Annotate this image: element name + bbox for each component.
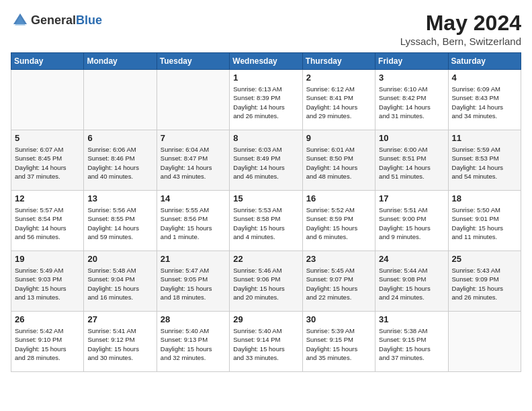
- calendar-cell: 31Sunrise: 5:38 AM Sunset: 9:15 PM Dayli…: [375, 312, 448, 372]
- cell-content: Sunrise: 5:49 AM Sunset: 9:03 PM Dayligh…: [15, 266, 80, 302]
- cell-content: Sunrise: 5:41 AM Sunset: 9:12 PM Dayligh…: [87, 326, 152, 362]
- cell-content: Sunrise: 6:07 AM Sunset: 8:45 PM Dayligh…: [15, 145, 80, 181]
- page-header: GeneralBlue May 2024 Lyssach, Bern, Swit…: [11, 11, 521, 47]
- logo: GeneralBlue: [11, 11, 102, 30]
- day-number: 3: [379, 73, 444, 83]
- calendar-table: SundayMondayTuesdayWednesdayThursdayFrid…: [11, 52, 521, 372]
- cell-content: Sunrise: 6:04 AM Sunset: 8:47 PM Dayligh…: [161, 145, 226, 181]
- cell-content: Sunrise: 6:10 AM Sunset: 8:42 PM Dayligh…: [379, 85, 444, 120]
- day-number: 14: [161, 193, 226, 203]
- calendar-cell: 24Sunrise: 5:44 AM Sunset: 9:08 PM Dayli…: [375, 251, 448, 312]
- calendar-cell: 12Sunrise: 5:57 AM Sunset: 8:54 PM Dayli…: [11, 191, 84, 251]
- day-number: 7: [161, 133, 226, 143]
- cell-content: Sunrise: 5:39 AM Sunset: 9:15 PM Dayligh…: [306, 326, 371, 362]
- cell-content: Sunrise: 6:12 AM Sunset: 8:41 PM Dayligh…: [306, 85, 371, 120]
- day-number: 16: [306, 193, 371, 203]
- cell-content: Sunrise: 5:55 AM Sunset: 8:56 PM Dayligh…: [161, 205, 226, 241]
- day-number: 20: [87, 254, 152, 264]
- calendar-cell: 30Sunrise: 5:39 AM Sunset: 9:15 PM Dayli…: [302, 312, 375, 372]
- day-number: 15: [233, 193, 298, 203]
- calendar-cell: 16Sunrise: 5:52 AM Sunset: 8:59 PM Dayli…: [302, 191, 375, 251]
- day-number: 31: [379, 314, 444, 324]
- calendar-cell: 13Sunrise: 5:56 AM Sunset: 8:55 PM Dayli…: [84, 191, 157, 251]
- day-number: 22: [233, 254, 298, 264]
- calendar-cell: 10Sunrise: 6:00 AM Sunset: 8:51 PM Dayli…: [375, 130, 448, 191]
- day-number: 29: [233, 314, 298, 324]
- title-block: May 2024 Lyssach, Bern, Switzerland: [400, 11, 521, 47]
- calendar-cell: 1Sunrise: 6:13 AM Sunset: 8:39 PM Daylig…: [230, 70, 302, 130]
- cell-content: Sunrise: 5:45 AM Sunset: 9:07 PM Dayligh…: [306, 266, 371, 302]
- weekday-header-row: SundayMondayTuesdayWednesdayThursdayFrid…: [11, 53, 521, 70]
- calendar-week-2: 5Sunrise: 6:07 AM Sunset: 8:45 PM Daylig…: [11, 130, 521, 191]
- calendar-cell: 8Sunrise: 6:03 AM Sunset: 8:49 PM Daylig…: [230, 130, 302, 191]
- cell-content: Sunrise: 5:57 AM Sunset: 8:54 PM Dayligh…: [15, 205, 80, 241]
- calendar-cell: 29Sunrise: 5:40 AM Sunset: 9:14 PM Dayli…: [230, 312, 302, 372]
- weekday-header-sunday: Sunday: [11, 53, 84, 70]
- calendar-cell: 21Sunrise: 5:47 AM Sunset: 9:05 PM Dayli…: [157, 251, 229, 312]
- day-number: 9: [306, 133, 371, 143]
- weekday-header-friday: Friday: [375, 53, 448, 70]
- calendar-cell: 4Sunrise: 6:09 AM Sunset: 8:43 PM Daylig…: [448, 70, 521, 130]
- calendar-week-5: 26Sunrise: 5:42 AM Sunset: 9:10 PM Dayli…: [11, 312, 521, 372]
- calendar-cell: 5Sunrise: 6:07 AM Sunset: 8:45 PM Daylig…: [11, 130, 84, 191]
- calendar-cell: 27Sunrise: 5:41 AM Sunset: 9:12 PM Dayli…: [84, 312, 157, 372]
- day-number: 18: [452, 193, 517, 203]
- cell-content: Sunrise: 5:43 AM Sunset: 9:09 PM Dayligh…: [452, 266, 517, 302]
- calendar-cell: [157, 70, 229, 130]
- cell-content: Sunrise: 6:09 AM Sunset: 8:43 PM Dayligh…: [452, 85, 517, 120]
- calendar-cell: [448, 312, 521, 372]
- calendar-cell: 19Sunrise: 5:49 AM Sunset: 9:03 PM Dayli…: [11, 251, 84, 312]
- day-number: 19: [15, 254, 80, 264]
- calendar-cell: [84, 70, 157, 130]
- day-number: 10: [379, 133, 444, 143]
- cell-content: Sunrise: 6:13 AM Sunset: 8:39 PM Dayligh…: [233, 85, 298, 120]
- calendar-cell: 6Sunrise: 6:06 AM Sunset: 8:46 PM Daylig…: [84, 130, 157, 191]
- calendar-cell: 2Sunrise: 6:12 AM Sunset: 8:41 PM Daylig…: [302, 70, 375, 130]
- cell-content: Sunrise: 5:40 AM Sunset: 9:13 PM Dayligh…: [161, 326, 226, 362]
- calendar-cell: 11Sunrise: 5:59 AM Sunset: 8:53 PM Dayli…: [448, 130, 521, 191]
- cell-content: Sunrise: 5:42 AM Sunset: 9:10 PM Dayligh…: [15, 326, 80, 362]
- day-number: 28: [161, 314, 226, 324]
- day-number: 12: [15, 193, 80, 203]
- day-number: 17: [379, 193, 444, 203]
- cell-content: Sunrise: 6:03 AM Sunset: 8:49 PM Dayligh…: [233, 145, 298, 181]
- logo-blue: Blue: [76, 13, 102, 27]
- cell-content: Sunrise: 5:53 AM Sunset: 8:58 PM Dayligh…: [233, 205, 298, 241]
- cell-content: Sunrise: 5:38 AM Sunset: 9:15 PM Dayligh…: [379, 326, 444, 362]
- cell-content: Sunrise: 5:52 AM Sunset: 8:59 PM Dayligh…: [306, 205, 371, 241]
- main-title: May 2024: [400, 11, 521, 36]
- cell-content: Sunrise: 5:40 AM Sunset: 9:14 PM Dayligh…: [233, 326, 298, 362]
- calendar-week-1: 1Sunrise: 6:13 AM Sunset: 8:39 PM Daylig…: [11, 70, 521, 130]
- day-number: 6: [87, 133, 152, 143]
- weekday-header-monday: Monday: [84, 53, 157, 70]
- weekday-header-saturday: Saturday: [448, 53, 521, 70]
- day-number: 21: [161, 254, 226, 264]
- cell-content: Sunrise: 5:44 AM Sunset: 9:08 PM Dayligh…: [379, 266, 444, 302]
- day-number: 5: [15, 133, 80, 143]
- cell-content: Sunrise: 6:06 AM Sunset: 8:46 PM Dayligh…: [87, 145, 152, 181]
- calendar-cell: 3Sunrise: 6:10 AM Sunset: 8:42 PM Daylig…: [375, 70, 448, 130]
- calendar-cell: 23Sunrise: 5:45 AM Sunset: 9:07 PM Dayli…: [302, 251, 375, 312]
- calendar-week-3: 12Sunrise: 5:57 AM Sunset: 8:54 PM Dayli…: [11, 191, 521, 251]
- calendar-cell: 15Sunrise: 5:53 AM Sunset: 8:58 PM Dayli…: [230, 191, 302, 251]
- cell-content: Sunrise: 5:51 AM Sunset: 9:00 PM Dayligh…: [379, 205, 444, 241]
- calendar-cell: 22Sunrise: 5:46 AM Sunset: 9:06 PM Dayli…: [230, 251, 302, 312]
- day-number: 23: [306, 254, 371, 264]
- calendar-cell: 9Sunrise: 6:01 AM Sunset: 8:50 PM Daylig…: [302, 130, 375, 191]
- day-number: 13: [87, 193, 152, 203]
- cell-content: Sunrise: 5:56 AM Sunset: 8:55 PM Dayligh…: [87, 205, 152, 241]
- day-number: 24: [379, 254, 444, 264]
- calendar-cell: 20Sunrise: 5:48 AM Sunset: 9:04 PM Dayli…: [84, 251, 157, 312]
- weekday-header-wednesday: Wednesday: [230, 53, 302, 70]
- calendar-cell: 14Sunrise: 5:55 AM Sunset: 8:56 PM Dayli…: [157, 191, 229, 251]
- day-number: 30: [306, 314, 371, 324]
- calendar-cell: 18Sunrise: 5:50 AM Sunset: 9:01 PM Dayli…: [448, 191, 521, 251]
- subtitle: Lyssach, Bern, Switzerland: [400, 36, 521, 47]
- cell-content: Sunrise: 6:00 AM Sunset: 8:51 PM Dayligh…: [379, 145, 444, 181]
- weekday-header-thursday: Thursday: [302, 53, 375, 70]
- cell-content: Sunrise: 6:01 AM Sunset: 8:50 PM Dayligh…: [306, 145, 371, 181]
- day-number: 26: [15, 314, 80, 324]
- logo-icon: [11, 11, 30, 30]
- day-number: 4: [452, 73, 517, 83]
- logo-text: GeneralBlue: [31, 13, 102, 28]
